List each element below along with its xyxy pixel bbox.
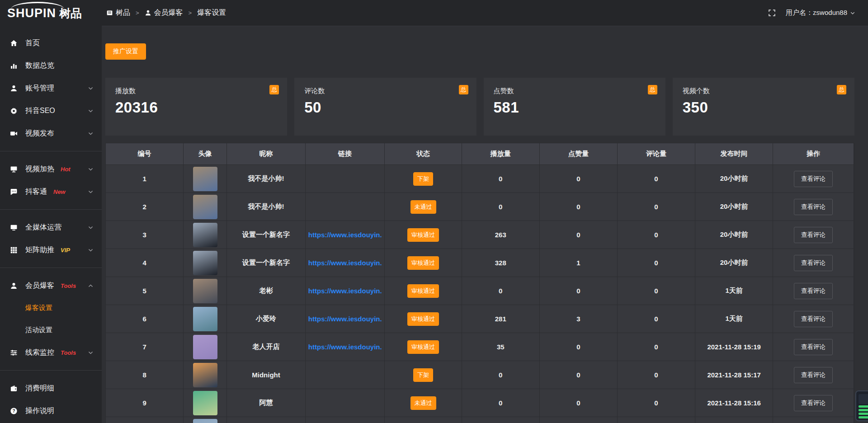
column-header: 状态 (385, 143, 462, 165)
video-link[interactable]: https://www.iesdouyin.c (308, 315, 382, 323)
cell-link (306, 165, 385, 193)
cell-action: 查看评论 (773, 221, 854, 249)
sidebar-item-badge: Hot (61, 166, 71, 173)
view-comments-button[interactable]: 查看评论 (794, 199, 833, 215)
view-comments-button[interactable]: 查看评论 (794, 339, 833, 355)
user-menu[interactable]: 用户名：zswodun88 (786, 9, 855, 17)
view-comments-button[interactable]: 查看评论 (794, 367, 833, 383)
column-header: 头像 (184, 143, 227, 165)
cell-link (306, 417, 385, 423)
sliders-icon (10, 349, 18, 357)
cell-comments: 0 (618, 305, 695, 333)
sidebar-item-badge: New (53, 188, 66, 195)
sidebar-subitem-baoke-settings[interactable]: 爆客设置 (0, 297, 102, 319)
logo-arc-decoration (11, 2, 64, 9)
cell-link: https://www.iesdouyin.c (306, 249, 385, 277)
sidebar-item-help[interactable]: ?操作说明 (0, 400, 102, 422)
cell-status: 未通过 (385, 389, 462, 417)
sidebar-item-clue-monitor[interactable]: 线索监控Tools (0, 341, 102, 364)
sidebar-item-label: 数据总览 (25, 61, 54, 70)
cell-nickname: 设置一个新名字 (227, 221, 306, 249)
cell-nickname: 我不是小帅! (227, 193, 306, 221)
promotion-settings-button[interactable]: 推广设置 (105, 43, 146, 60)
sidebar-item-media-ops[interactable]: 全媒体运营 (0, 216, 102, 239)
sidebar-divider (0, 268, 102, 268)
view-comments-button[interactable]: 查看评论 (794, 255, 833, 271)
stat-value: 20316 (115, 99, 277, 116)
chat-icon (10, 188, 18, 196)
grid-icon (10, 246, 18, 254)
sidebar-divider (0, 370, 102, 371)
sidebar-item-matrix-boost[interactable]: 矩阵助推VIP (0, 239, 102, 261)
total-badge: 总 (837, 85, 846, 94)
video-link[interactable]: https://www.iesdouyin.c (308, 343, 382, 351)
cell-comments: 0 (618, 389, 695, 417)
status-badge: 未通过 (410, 396, 436, 410)
sidebar-item-label: 视频加热 (25, 164, 54, 174)
stat-card-3: 视频个数350总 (673, 78, 854, 136)
cell-link (306, 193, 385, 221)
sidebar-item-spend-detail[interactable]: 消费明细 (0, 377, 102, 400)
breadcrumb-item-baoke-settings[interactable]: 爆客设置 (197, 8, 226, 18)
stat-card-2: 点赞数581总 (484, 78, 665, 136)
avatar (193, 335, 217, 359)
floating-helper-widget[interactable] (855, 390, 868, 421)
sidebar-item-home[interactable]: 首页 (0, 32, 102, 54)
cell-time: 2021-11-28 15:19 (695, 333, 773, 361)
cell-action: 查看评论 (773, 249, 854, 277)
cell-plays: 281 (462, 305, 540, 333)
fullscreen-icon[interactable] (768, 9, 776, 17)
sidebar-divider (0, 151, 102, 151)
sidebar-item-data-overview[interactable]: 数据总览 (0, 54, 102, 77)
sidebar-item-label: 首页 (25, 38, 40, 48)
video-link[interactable]: https://www.iesdouyin.c (308, 287, 382, 295)
cell-plays: 0 (462, 361, 540, 389)
sidebar-item-member-baoke[interactable]: 会员爆客Tools (0, 274, 102, 297)
stat-value: 581 (494, 99, 656, 116)
cell-plays: 35 (462, 333, 540, 361)
sidebar-item-video-publish[interactable]: 视频发布 (0, 122, 102, 145)
sidebar-item-video-heat[interactable]: 视频加热Hot (0, 158, 102, 180)
sidebar-item-douyin-seo[interactable]: 抖音SEO (0, 99, 102, 122)
bar-chart-icon (10, 62, 18, 70)
sidebar: SHUPIN 树品 首页数据总览账号管理抖音SEO视频发布视频加热Hot抖客通N… (0, 0, 102, 423)
column-header: 昵称 (227, 143, 306, 165)
table-row: 3设置一个新名字https://www.iesdouyin.c审核通过26300… (106, 221, 854, 249)
column-header: 操作 (773, 143, 854, 165)
cell-action: 查看评论 (773, 361, 854, 389)
cell-number: 5 (106, 277, 184, 305)
cell-likes: 0 (540, 361, 618, 389)
widget-stripe (859, 416, 868, 418)
cell-link: https://www.iesdouyin.c (306, 305, 385, 333)
view-comments-button[interactable]: 查看评论 (794, 171, 833, 187)
cell-nickname: Midnight (227, 361, 306, 389)
view-comments-button[interactable]: 查看评论 (794, 227, 833, 243)
sidebar-item-label: 抖客通 (25, 187, 47, 197)
breadcrumb-item-member-baoke[interactable]: 会员爆客 (145, 8, 183, 18)
gear-icon (10, 107, 18, 115)
sidebar-item-label: 账号管理 (25, 84, 54, 93)
sidebar-item-douketong[interactable]: 抖客通New (0, 180, 102, 203)
column-header: 链接 (306, 143, 385, 165)
view-comments-button[interactable]: 查看评论 (794, 311, 833, 327)
video-link[interactable]: https://www.iesdouyin.c (308, 259, 382, 267)
stat-value: 350 (683, 99, 844, 116)
view-comments-button[interactable]: 查看评论 (794, 283, 833, 299)
cell-comments: 0 (618, 333, 695, 361)
cell-plays (462, 417, 540, 423)
view-comments-button[interactable]: 查看评论 (794, 395, 833, 411)
cell-avatar (184, 221, 227, 249)
sidebar-subitem-activity-settings[interactable]: 活动设置 (0, 319, 102, 341)
cell-link: https://www.iesdouyin.c (306, 221, 385, 249)
table-row: 4设置一个新名字https://www.iesdouyin.c审核通过32810… (106, 249, 854, 277)
avatar (193, 195, 217, 219)
cell-number: 6 (106, 305, 184, 333)
status-badge: 下架 (413, 172, 433, 186)
cell-time: 20小时前 (695, 249, 773, 277)
breadcrumb-item-shupin[interactable]: 树品 (106, 8, 130, 18)
cell-likes: 0 (540, 193, 618, 221)
sidebar-item-account-manage[interactable]: 账号管理 (0, 77, 102, 99)
video-link[interactable]: https://www.iesdouyin.c (308, 231, 382, 239)
cell-avatar (184, 249, 227, 277)
total-badge: 总 (459, 85, 468, 94)
